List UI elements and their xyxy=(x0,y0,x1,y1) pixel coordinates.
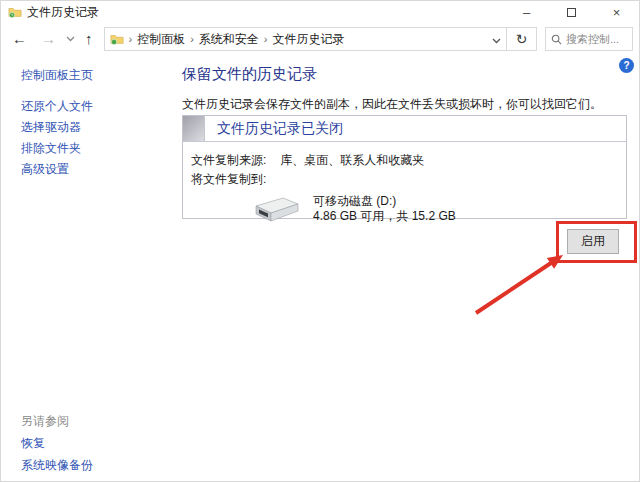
address-dropdown-chevron-icon[interactable] xyxy=(492,30,501,48)
close-button[interactable]: × xyxy=(594,1,639,23)
navigation-toolbar: ← → ↑ › 控制面板 › 系统和安全 › 文件历史记录 ↻ xyxy=(1,23,639,55)
minimize-icon: – xyxy=(523,5,530,20)
forward-button[interactable]: → xyxy=(34,27,63,51)
title-bar: 文件历史记录 – × xyxy=(1,1,639,23)
up-button[interactable]: ↑ xyxy=(78,27,100,51)
sidebar-item-system-image-backup[interactable]: 系统映像备份 xyxy=(21,457,93,474)
copy-to-label: 将文件复制到: xyxy=(191,171,266,188)
drive-name: 可移动磁盘 (D:) xyxy=(313,194,456,209)
breadcrumb-item-system-security[interactable]: 系统和安全 xyxy=(199,31,259,48)
sidebar-item-select-drive[interactable]: 选择驱动器 xyxy=(21,119,81,136)
sidebar-item-control-panel-home[interactable]: 控制面板主页 xyxy=(21,67,93,84)
page-description: 文件历史记录会保存文件的副本，因此在文件丢失或损坏时，你可以找回它们。 xyxy=(182,96,602,113)
status-panel-body: 文件复制来源: 库、桌面、联系人和收藏夹 将文件复制到: 可移动磁盘 (D:) xyxy=(183,142,626,224)
search-box[interactable] xyxy=(545,27,633,51)
minimize-button[interactable]: – xyxy=(504,1,549,23)
sidebar-item-advanced-settings[interactable]: 高级设置 xyxy=(21,161,69,178)
file-history-status-panel: 文件历史记录已关闭 文件复制来源: 库、桌面、联系人和收藏夹 将文件复制到: xyxy=(182,115,627,219)
drive-info: 可移动磁盘 (D:) 4.86 GB 可用，共 15.2 GB xyxy=(313,194,456,224)
breadcrumb-item-file-history[interactable]: 文件历史记录 xyxy=(273,31,345,48)
status-panel-header: 文件历史记录已关闭 xyxy=(183,116,626,142)
maximize-button[interactable] xyxy=(549,1,594,23)
sidebar-item-restore-files[interactable]: 还原个人文件 xyxy=(21,98,93,115)
sidebar-item-exclude-folders[interactable]: 排除文件夹 xyxy=(21,140,81,157)
sidebar-item-recovery[interactable]: 恢复 xyxy=(21,435,45,452)
main-content: 保留文件的历史记录 ? 文件历史记录会保存文件的副本，因此在文件丢失或损坏时，你… xyxy=(181,55,631,481)
drive-capacity: 4.86 GB 可用，共 15.2 GB xyxy=(313,209,456,224)
sidebar: 控制面板主页 还原个人文件 选择驱动器 排除文件夹 高级设置 另请参阅 恢复 系… xyxy=(1,55,181,481)
removable-drive-icon xyxy=(253,194,301,224)
file-history-window: 文件历史记录 – × ← → ↑ › 控制面板 › 系统和安全 › 文件历史记录 xyxy=(0,0,640,482)
target-drive-block: 可移动磁盘 (D:) 4.86 GB 可用，共 15.2 GB xyxy=(191,194,626,224)
help-icon[interactable]: ? xyxy=(619,58,634,73)
status-title: 文件历史记录已关闭 xyxy=(217,120,343,138)
recent-pages-chevron-icon[interactable] xyxy=(63,36,78,42)
breadcrumb-folder-icon xyxy=(110,32,124,46)
window-title: 文件历史记录 xyxy=(27,4,99,21)
breadcrumb-item-control-panel[interactable]: 控制面板 xyxy=(137,31,185,48)
breadcrumb-separator: › xyxy=(190,33,194,45)
file-history-folder-icon xyxy=(8,5,22,19)
refresh-button[interactable]: ↻ xyxy=(507,27,537,51)
breadcrumb-separator: › xyxy=(264,33,268,45)
copy-to-row: 将文件复制到: xyxy=(191,171,626,188)
breadcrumb-separator: › xyxy=(129,33,133,45)
search-input[interactable] xyxy=(566,33,626,45)
refresh-icon: ↻ xyxy=(516,31,528,47)
enable-button[interactable]: 启用 xyxy=(567,229,619,254)
copy-from-label: 文件复制来源: xyxy=(191,152,266,169)
back-button[interactable]: ← xyxy=(5,27,34,51)
see-also-heading: 另请参阅 xyxy=(21,413,69,430)
maximize-icon xyxy=(567,8,576,17)
copy-from-row: 文件复制来源: 库、桌面、联系人和收藏夹 xyxy=(191,152,626,169)
copy-from-value: 库、桌面、联系人和收藏夹 xyxy=(280,152,424,169)
page-title: 保留文件的历史记录 xyxy=(182,65,317,84)
status-panel-glyph xyxy=(183,116,205,141)
search-icon xyxy=(551,34,562,45)
close-icon: × xyxy=(613,5,621,20)
breadcrumb[interactable]: › 控制面板 › 系统和安全 › 文件历史记录 xyxy=(104,27,508,51)
